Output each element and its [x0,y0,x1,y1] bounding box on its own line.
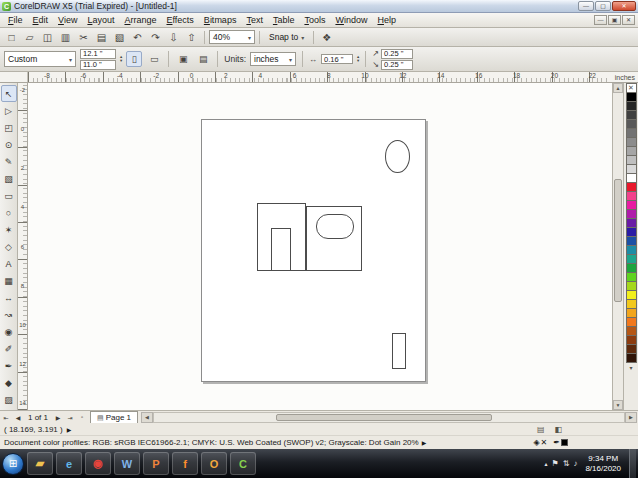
scroll-down-icon[interactable]: ▼ [613,400,623,410]
status-expand-icon[interactable]: ▶ [422,439,427,446]
paper-height-field[interactable]: 11.0 " [80,60,116,70]
rectangle-door-shape[interactable] [271,228,291,271]
shape-tool[interactable]: ▷ [1,102,17,119]
zoom-tool[interactable]: ⊙ [1,136,17,153]
ruler-origin-corner[interactable] [0,72,28,82]
menu-item[interactable]: Text [241,14,268,26]
rectangle-small-shape[interactable] [392,333,406,369]
palette-scroll-down-icon[interactable]: ▾ [629,364,632,371]
portrait-button[interactable]: ▯ [126,51,142,67]
next-page-button[interactable]: ▶ [52,412,64,423]
spin-down-icon[interactable]: ▾ [357,59,359,64]
menu-item[interactable]: Table [268,14,300,26]
print-button[interactable]: ▥ [57,29,74,45]
add-page-button[interactable]: ▫ [76,412,88,423]
menu-item[interactable]: Window [330,14,372,26]
action-center-icon[interactable]: ⚑ [552,459,559,468]
show-desktop-button[interactable] [629,449,636,478]
snap-to-dropdown[interactable]: Snap to ▾ [264,30,309,44]
document-close-button[interactable]: ✕ [622,15,635,25]
first-page-button[interactable]: ⇤ [0,412,12,423]
drawing-page[interactable] [201,119,426,382]
duplicate-x-field[interactable]: 0.25 " [381,49,413,59]
current-page-button[interactable]: ▤ [195,51,211,67]
vertical-ruler[interactable]: -202468101214 [18,83,28,410]
scroll-up-icon[interactable]: ▲ [613,83,623,93]
new-document-button[interactable]: □ [3,29,20,45]
menu-item[interactable]: Tools [299,14,330,26]
save-button[interactable]: ◫ [39,29,56,45]
scroll-right-icon[interactable]: ▶ [625,412,637,423]
interactive-fill-tool[interactable]: ▨ [1,391,17,408]
import-button[interactable]: ⇩ [165,29,182,45]
menu-item[interactable]: Layout [82,14,119,26]
paper-size-spinner[interactable]: ▴ ▾ [120,55,122,64]
table-tool[interactable]: ▦ [1,272,17,289]
eyedropper-tool[interactable]: ✐ [1,340,17,357]
dimension-tool[interactable]: ↔ [1,289,17,306]
start-button[interactable]: ⊞ [2,453,24,475]
horizontal-scrollbar[interactable]: ◀ ▶ [141,412,637,423]
ellipse-tool[interactable]: ○ [1,204,17,221]
menu-item[interactable]: Edit [28,14,54,26]
nudge-offset-field[interactable]: 0.16 " [321,54,353,64]
smart-fill-tool[interactable]: ▧ [1,170,17,187]
document-minimize-button[interactable]: — [594,15,607,25]
landscape-button[interactable]: ▭ [146,51,162,67]
vertical-scroll-track[interactable] [613,93,623,400]
menu-item[interactable]: Arrange [119,14,161,26]
menu-item[interactable]: File [3,14,28,26]
outlook-icon[interactable]: O [201,452,227,475]
clipboard-status-icon[interactable]: ▤ [537,425,545,434]
menu-item[interactable]: Help [372,14,401,26]
freehand-tool[interactable]: ✎ [1,153,17,170]
color-proof-status-icon[interactable]: ◧ [554,425,562,434]
rounded-rectangle-shape[interactable] [316,214,354,239]
units-combo[interactable]: inches ▾ [250,52,296,66]
menu-item[interactable]: Bitmaps [199,14,242,26]
menu-item[interactable]: View [53,14,82,26]
status-expand-icon[interactable]: ▶ [67,426,72,433]
horizontal-ruler[interactable]: -8-6-4-20246810121416182022 inches [0,72,638,83]
polygon-tool[interactable]: ✶ [1,221,17,238]
menu-item[interactable]: Effects [161,14,198,26]
connector-tool[interactable]: ↝ [1,306,17,323]
clock[interactable]: 9:34 PM 8/16/2020 [581,454,625,473]
basic-shapes-tool[interactable]: ◇ [1,238,17,255]
undo-button[interactable]: ↶ [129,29,146,45]
spin-down-icon[interactable]: ▾ [120,59,122,64]
redo-button[interactable]: ↷ [147,29,164,45]
outline-pen-tool[interactable]: ✒ [1,357,17,374]
horizontal-scroll-track[interactable] [153,412,625,423]
zoom-level-combo[interactable]: 40% ▾ [209,30,255,44]
export-button[interactable]: ⇧ [183,29,200,45]
rectangle-tool[interactable]: ▭ [1,187,17,204]
cut-button[interactable]: ✂ [75,29,92,45]
duplicate-y-field[interactable]: 0.25 " [381,60,413,70]
show-hidden-icons-button[interactable]: ▴ [545,460,548,467]
close-button[interactable]: ✕ [612,1,636,11]
maximize-button[interactable]: ▢ [595,1,611,11]
pick-tool[interactable]: ↖ [1,85,17,102]
text-tool[interactable]: A [1,255,17,272]
drawing-canvas[interactable] [28,83,612,410]
paste-button[interactable]: ▧ [111,29,128,45]
nudge-spinner[interactable]: ▴ ▾ [357,55,359,64]
folder-icon[interactable]: ▰ [27,452,53,475]
last-page-button[interactable]: ⇥ [64,412,76,423]
options-launcher-button[interactable]: ❖ [318,29,335,45]
color-swatch[interactable] [626,353,637,363]
previous-page-button[interactable]: ◀ [12,412,24,423]
document-restore-button[interactable]: ▣ [608,15,621,25]
vertical-scrollbar[interactable]: ▲ ▼ [612,83,623,410]
scrollbar-thumb[interactable] [276,414,492,421]
page-tab[interactable]: ▤ Page 1 [90,411,138,423]
minimize-button[interactable]: — [578,1,594,11]
open-button[interactable]: ▱ [21,29,38,45]
internet-explorer-icon[interactable]: e [56,452,82,475]
scrollbar-thumb[interactable] [614,179,622,302]
page-size-preset-combo[interactable]: Custom ▾ [4,51,76,67]
powerpoint-icon[interactable]: P [143,452,169,475]
fill-tool[interactable]: ◆ [1,374,17,391]
crop-tool[interactable]: ◰ [1,119,17,136]
